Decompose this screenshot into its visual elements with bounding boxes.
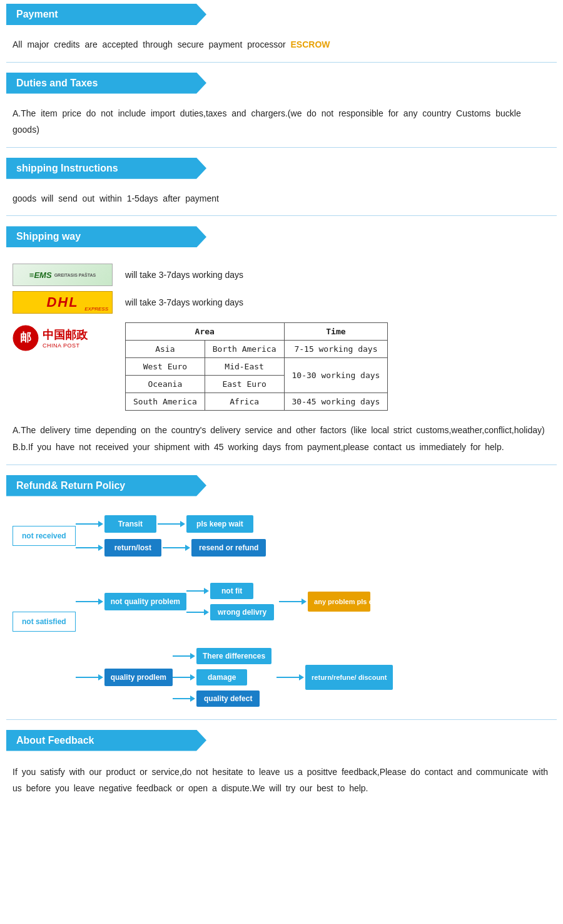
- flow-spacer: [13, 562, 550, 574]
- table-cell: Africa: [205, 393, 284, 411]
- return-lost-branch: return/lost resend or refund: [76, 539, 266, 557]
- any-problem-box: any problem pls contact me: [308, 592, 370, 612]
- shipping-instructions-divider: [6, 215, 557, 216]
- pls-keep-wait-box: pls keep wait: [186, 515, 253, 533]
- any-problem-connector: [279, 598, 307, 605]
- chinapost-en-text: CHINA POST: [43, 342, 88, 349]
- duties-header-wrapper: Duties and Taxes: [0, 69, 563, 100]
- not-satisfied-wrapper: not satisfied: [13, 612, 76, 632]
- chinapost-icon: 邮: [13, 325, 39, 351]
- wrong-delivery-row: wrong delivry: [186, 604, 274, 620]
- damage-row: damage: [173, 669, 271, 685]
- table-row: South America Africa 30-45 working days: [126, 393, 388, 411]
- sub-branches: not quality problem not fit: [76, 574, 393, 707]
- ems-row: ≡EMS GREITASIS PAŠTAS will take 3-7days …: [13, 264, 550, 286]
- not-satisfied-box: not satisfied: [13, 612, 76, 632]
- not-quality-sub: not fit wrong delivry: [186, 583, 274, 620]
- table-header-area: Area: [126, 323, 285, 341]
- dhl-logo: DHL EXPRESS: [13, 291, 113, 314]
- table-cell: South America: [126, 393, 205, 411]
- table-cell: Asia: [126, 341, 205, 358]
- resend-refund-box: resend or refund: [191, 539, 266, 557]
- table-cell: 7-15 working days: [284, 341, 388, 358]
- feedback-header: About Feedback: [6, 730, 206, 751]
- dhl-desc: will take 3-7days working days: [125, 297, 243, 307]
- flow-branches: Transit pls keep wait: [76, 515, 266, 557]
- duties-content: A.The item price do not include import d…: [0, 100, 563, 147]
- payment-divider: [6, 62, 557, 63]
- china-post-row: 邮 中国邮政 CHINA POST Area Time Asia Borth A…: [13, 322, 550, 411]
- quality-branch: quality prodlem There differences: [76, 648, 393, 707]
- feedback-section: About Feedback If you satisfy with our p…: [0, 726, 563, 809]
- table-cell: Mid-East: [205, 358, 284, 376]
- shipping-instructions-section: shipping Instructions goods will send ou…: [0, 154, 563, 217]
- transit-box: Transit: [104, 515, 156, 533]
- shipping-note-a: A.The delivery time depending on the cou…: [13, 422, 550, 439]
- duties-section: Duties and Taxes A.The item price do not…: [0, 69, 563, 148]
- shipping-instructions-header: shipping Instructions: [6, 158, 206, 179]
- shipping-note-b: B.b.If you have not received your shipme…: [13, 439, 550, 456]
- return-refund-box: return/refune/ discount: [305, 665, 393, 690]
- quality-defect-row: quality defect: [173, 690, 271, 707]
- refund-divider: [6, 719, 557, 720]
- ems-logo: ≡EMS GREITASIS PAŠTAS: [13, 264, 113, 286]
- feedback-header-wrapper: About Feedback: [0, 726, 563, 757]
- shipping-instructions-text: goods will send out within 1-5days after…: [13, 193, 219, 203]
- feedback-content: If you satisfy with our product or servi…: [0, 757, 563, 809]
- not-fit-box: not fit: [210, 583, 253, 599]
- duties-text: A.The item price do not include import d…: [13, 108, 521, 135]
- flow-not-received-group: not received Transit: [13, 515, 550, 557]
- payment-content: All major credits are accepted through s…: [0, 31, 563, 62]
- chinapost-logo: 邮 中国邮政 CHINA POST: [13, 322, 113, 354]
- flow-not-satisfied-group: not satisfied not quality problem: [13, 574, 550, 707]
- shipping-table: Area Time Asia Borth America 7-15 workin…: [125, 322, 388, 411]
- shipping-instructions-header-wrapper: shipping Instructions: [0, 154, 563, 185]
- damage-box: damage: [196, 669, 247, 685]
- payment-header-wrapper: Payment: [0, 0, 563, 31]
- refund-header-wrapper: Refund& Return Policy: [0, 471, 563, 503]
- flow-branch-container: Transit pls keep wait: [76, 515, 266, 557]
- chinapost-cn-text: 中国邮政: [43, 327, 88, 342]
- table-cell: Borth America: [205, 341, 284, 358]
- table-header-time: Time: [284, 323, 388, 341]
- table-row: Asia Borth America 7-15 working days: [126, 341, 388, 358]
- ems-desc: will take 3-7days working days: [125, 270, 243, 280]
- svg-text:邮: 邮: [20, 331, 31, 344]
- not-quality-branch: not quality problem not fit: [76, 583, 393, 620]
- dhl-row: DHL EXPRESS will take 3-7days working da…: [13, 291, 550, 314]
- chinapost-text: 中国邮政 CHINA POST: [43, 327, 88, 349]
- table-cell: 30-45 working days: [284, 393, 388, 411]
- payment-header: Payment: [6, 4, 206, 25]
- return-lost-box: return/lost: [104, 539, 161, 557]
- table-cell: 10-30 working days: [284, 358, 388, 393]
- escrow-text: ESCROW: [291, 39, 330, 49]
- quality-problem-box: quality prodlem: [104, 669, 173, 686]
- payment-text: All major credits are accepted through s…: [13, 39, 286, 49]
- table-cell: West Euro: [126, 358, 205, 376]
- duties-header: Duties and Taxes: [6, 73, 206, 94]
- feedback-text: If you satisfy with our product or servi…: [13, 767, 548, 794]
- there-differences-row: There differences: [173, 648, 271, 664]
- shipping-instructions-content: goods will send out within 1-5days after…: [0, 185, 563, 216]
- not-fit-row: not fit: [186, 583, 274, 599]
- not-quality-box: not quality problem: [104, 593, 186, 610]
- not-received-box: not received: [13, 526, 76, 546]
- payment-section: Payment All major credits are accepted t…: [0, 0, 563, 63]
- shipping-way-section: Shipping way ≡EMS GREITASIS PAŠTAS will …: [0, 222, 563, 465]
- flowchart: not received Transit: [0, 503, 563, 719]
- return-refund-connector: [276, 674, 304, 680]
- shipping-way-header-wrapper: Shipping way: [0, 222, 563, 254]
- shipping-way-divider: [6, 465, 557, 465]
- table-cell: Oceania: [126, 376, 205, 393]
- there-differences-box: There differences: [196, 648, 271, 664]
- quality-defect-box: quality defect: [196, 690, 260, 707]
- table-row: West Euro Mid-East 10-30 working days: [126, 358, 388, 376]
- shipping-notes: A.The delivery time depending on the cou…: [0, 419, 563, 464]
- table-cell: East Euro: [205, 376, 284, 393]
- wrong-delivery-box: wrong delivry: [210, 604, 274, 620]
- refund-section: Refund& Return Policy not received: [0, 471, 563, 720]
- refund-header: Refund& Return Policy: [6, 475, 206, 496]
- duties-divider: [6, 147, 557, 148]
- shipping-way-header: Shipping way: [6, 226, 206, 247]
- transit-branch: Transit pls keep wait: [76, 515, 266, 533]
